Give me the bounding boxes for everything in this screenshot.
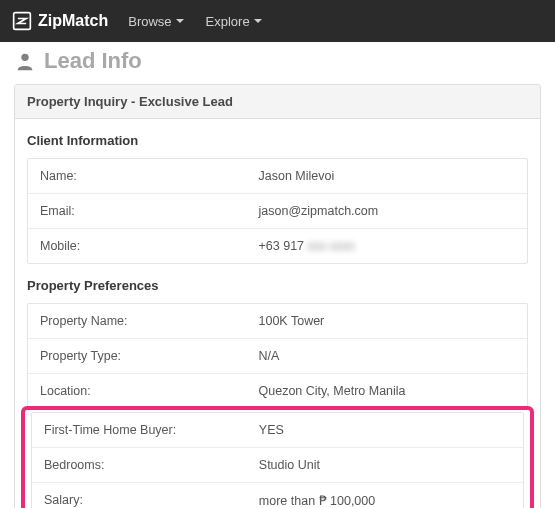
table-row: First-Time Home Buyer: YES (32, 413, 523, 447)
table-row: Property Type: N/A (28, 338, 527, 373)
caret-down-icon (176, 19, 184, 23)
inquiry-panel: Property Inquiry - Exclusive Lead Client… (14, 84, 541, 508)
label-location: Location: (40, 384, 259, 398)
value-name: Jason Milevoi (259, 169, 516, 183)
label-bedrooms: Bedrooms: (44, 458, 259, 472)
table-row: Location: Quezon City, Metro Manila (28, 373, 527, 408)
mobile-blurred: xxx xxxx (308, 239, 355, 253)
label-salary: Salary: (44, 493, 259, 508)
user-icon (14, 50, 36, 72)
prefs-title: Property Preferences (27, 278, 528, 293)
panel-heading: Property Inquiry - Exclusive Lead (15, 85, 540, 119)
page-title-wrap: Lead Info (0, 42, 555, 84)
table-row: Mobile: +63 917 xxx xxxx (28, 228, 527, 263)
nav-explore[interactable]: Explore (198, 8, 270, 35)
nav-explore-label: Explore (206, 14, 250, 29)
caret-down-icon (254, 19, 262, 23)
panel-body: Client Information Name: Jason Milevoi E… (15, 119, 540, 508)
table-row: Name: Jason Milevoi (28, 159, 527, 193)
table-row: Email: jason@zipmatch.com (28, 193, 527, 228)
value-bedrooms: Studio Unit (259, 458, 511, 472)
label-mobile: Mobile: (40, 239, 259, 253)
svg-point-1 (21, 54, 28, 61)
page-title: Lead Info (44, 48, 142, 74)
value-firstbuyer: YES (259, 423, 511, 437)
value-mobile: +63 917 xxx xxxx (259, 239, 516, 253)
logo-icon (12, 11, 32, 31)
label-proptype: Property Type: (40, 349, 259, 363)
value-location: Quezon City, Metro Manila (259, 384, 516, 398)
highlight-box: First-Time Home Buyer: YES Bedrooms: Stu… (21, 406, 534, 508)
nav-browse[interactable]: Browse (120, 8, 191, 35)
label-firstbuyer: First-Time Home Buyer: (44, 423, 259, 437)
client-info-table: Name: Jason Milevoi Email: jason@zipmatc… (27, 158, 528, 264)
brand[interactable]: ZipMatch (12, 11, 108, 31)
brand-text: ZipMatch (38, 12, 108, 30)
prefs-table-highlight: First-Time Home Buyer: YES Bedrooms: Stu… (31, 412, 524, 508)
table-row: Property Name: 100K Tower (28, 304, 527, 338)
value-salary: more than ₱ 100,000 (259, 493, 511, 508)
value-email: jason@zipmatch.com (259, 204, 516, 218)
value-propname: 100K Tower (259, 314, 516, 328)
label-email: Email: (40, 204, 259, 218)
value-proptype: N/A (259, 349, 516, 363)
mobile-prefix: +63 917 (259, 239, 305, 253)
prefs-table-top: Property Name: 100K Tower Property Type:… (27, 303, 528, 408)
navbar: ZipMatch Browse Explore (0, 0, 555, 42)
nav-browse-label: Browse (128, 14, 171, 29)
table-row: Salary: more than ₱ 100,000 (32, 482, 523, 508)
table-row: Bedrooms: Studio Unit (32, 447, 523, 482)
client-info-title: Client Information (27, 133, 528, 148)
label-propname: Property Name: (40, 314, 259, 328)
label-name: Name: (40, 169, 259, 183)
